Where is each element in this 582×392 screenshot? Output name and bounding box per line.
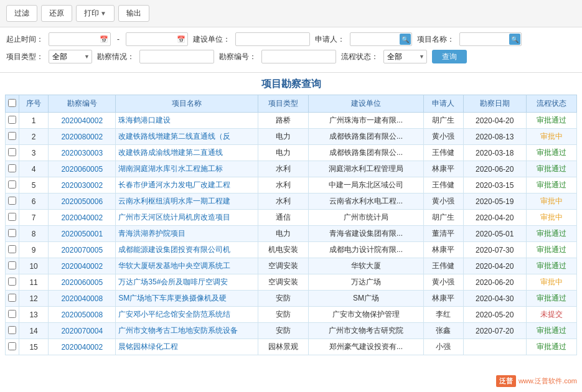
row-build-unit: 成都铁路集团有限公...: [309, 129, 423, 145]
table-row: 132020050008广安邓小平纪念馆安全防范系统结安防广安市文物保护管理李红…: [6, 307, 577, 323]
row-project-name[interactable]: 华软大厦研发基地中央空调系统工: [116, 258, 258, 274]
end-date-wrapper: 📅: [126, 32, 188, 46]
row-project-name[interactable]: 广安邓小平纪念馆安全防范系统结: [116, 307, 258, 323]
row-project-name[interactable]: 成都能源建设集团投资有限公司机: [116, 242, 258, 258]
row-survey-no[interactable]: 2020080002: [49, 129, 116, 145]
flow-status-select[interactable]: 全部 审批中 审批通过 未提交: [383, 50, 427, 63]
row-checkbox[interactable]: [8, 164, 16, 172]
build-unit-input[interactable]: [235, 32, 310, 46]
row-survey-date: 2020-06-20: [463, 161, 526, 177]
row-checkbox-cell: [6, 161, 19, 177]
row-checkbox[interactable]: [8, 294, 16, 302]
row-id: 4: [19, 161, 49, 177]
survey-status-input[interactable]: [139, 50, 214, 63]
row-checkbox[interactable]: [8, 148, 16, 156]
row-project-type: 安防: [258, 291, 308, 307]
project-name-label: 项目名称：: [417, 34, 454, 45]
row-checkbox[interactable]: [8, 213, 16, 221]
row-flow-status: 审批中: [526, 210, 577, 226]
end-date-input[interactable]: [126, 32, 188, 46]
row-build-unit: 广州珠海市一建有限...: [309, 113, 423, 129]
row-flow-status: 审批通过: [526, 291, 577, 307]
row-checkbox[interactable]: [8, 116, 16, 124]
row-survey-no[interactable]: 2020040002: [49, 258, 116, 274]
row-project-name[interactable]: 长春市伊通河水力发电厂改建工程: [116, 177, 258, 194]
start-date-input[interactable]: [49, 32, 111, 46]
row-project-name[interactable]: 广州市天河区统计局机房改造项目: [116, 210, 258, 226]
applicant-search-button[interactable]: 🔍: [400, 34, 411, 45]
row-checkbox[interactable]: [8, 197, 16, 205]
row-survey-no[interactable]: 2020060005: [49, 161, 116, 177]
table-row: 62020050006云南水利枢纽滇明水库一期工程建水利云南省水利水电工程...…: [6, 194, 577, 210]
row-applicant: 林康平: [423, 161, 463, 177]
row-survey-date: 2020-04-20: [463, 210, 526, 226]
toolbar: 过滤 还原 打印 ▼ 输出: [0, 0, 582, 27]
row-project-name[interactable]: 广州市文物考古工地地安防系统设备: [116, 323, 258, 339]
row-survey-no[interactable]: 2020040002: [49, 210, 116, 226]
row-id: 13: [19, 307, 49, 323]
row-id: 7: [19, 210, 49, 226]
row-checkbox[interactable]: [8, 278, 16, 286]
row-checkbox[interactable]: [8, 310, 16, 318]
print-button[interactable]: 打印 ▼: [76, 5, 115, 22]
row-build-unit: 广安市文物保护管理: [309, 307, 423, 323]
row-checkbox-cell: [6, 339, 19, 355]
row-flow-status: 审批通过: [526, 145, 577, 161]
row-project-name[interactable]: 改建铁路线增建第二线直通线（反: [116, 129, 258, 145]
row-project-name[interactable]: 珠海鹤港口建设: [116, 113, 258, 129]
row-applicant: 黄小强: [423, 194, 463, 210]
row-survey-no[interactable]: 2020060005: [49, 274, 116, 291]
row-project-name[interactable]: 青海洪湖养护院项目: [116, 226, 258, 242]
row-checkbox[interactable]: [8, 261, 16, 269]
row-survey-no[interactable]: 2020050008: [49, 307, 116, 323]
row-survey-no[interactable]: 2020070004: [49, 323, 116, 339]
row-project-name[interactable]: 晨铭园林绿化工程: [116, 339, 258, 355]
select-all-checkbox[interactable]: [8, 99, 16, 107]
row-checkbox[interactable]: [8, 229, 16, 237]
row-project-name[interactable]: 万达广场35#会所及咖啡厅空调安: [116, 274, 258, 291]
row-survey-no[interactable]: 2020050001: [49, 226, 116, 242]
row-project-name[interactable]: 湖南洞庭湖水库引水工程施工标: [116, 161, 258, 177]
row-project-type: 机电安装: [258, 242, 308, 258]
row-checkbox[interactable]: [8, 245, 16, 253]
row-project-type: 安防: [258, 307, 308, 323]
row-build-unit: 青海省建设集团有限...: [309, 226, 423, 242]
filter-button[interactable]: 过滤: [6, 5, 37, 22]
row-survey-no[interactable]: 2020050006: [49, 194, 116, 210]
row-survey-no[interactable]: 2020070005: [49, 242, 116, 258]
restore-button[interactable]: 还原: [41, 5, 72, 22]
row-project-type: 空调安装: [258, 258, 308, 274]
table-row: 82020050001青海洪湖养护院项目电力青海省建设集团有限...董清平202…: [6, 226, 577, 242]
export-button[interactable]: 输出: [118, 5, 149, 22]
table-row: 22020080002改建铁路线增建第二线直通线（反电力成都铁路集团有限公...…: [6, 129, 577, 145]
row-checkbox-cell: [6, 307, 19, 323]
row-checkbox[interactable]: [8, 180, 16, 189]
row-checkbox-cell: [6, 323, 19, 339]
row-project-name[interactable]: SM广场地下车库更换摄像机及硬: [116, 291, 258, 307]
filter-area: 起止时间： 📅 - 📅 建设单位： 申请人： 🔍 项目名称： 🔍 项目类型： 全…: [0, 27, 582, 73]
row-checkbox-cell: [6, 291, 19, 307]
row-project-name[interactable]: 改建铁路成渝线增建第二直通线: [116, 145, 258, 161]
row-survey-no[interactable]: 2020040008: [49, 291, 116, 307]
query-button[interactable]: 查询: [432, 50, 467, 63]
row-id: 3: [19, 145, 49, 161]
row-checkbox[interactable]: [8, 326, 16, 334]
project-name-search-button[interactable]: 🔍: [509, 34, 520, 45]
row-applicant: 林康平: [423, 242, 463, 258]
row-survey-no[interactable]: 2020030003: [49, 145, 116, 161]
row-build-unit: 广州市统计局: [309, 210, 423, 226]
survey-no-input[interactable]: [261, 50, 336, 63]
row-project-type: 水利: [258, 194, 308, 210]
row-survey-no[interactable]: 2020030002: [49, 177, 116, 194]
row-survey-no[interactable]: 2020040002: [49, 113, 116, 129]
project-type-select[interactable]: 全部 路桥 电力 水利 通信 机电安装 空调安装 安防 园林景观: [49, 50, 92, 63]
row-id: 10: [19, 258, 49, 274]
row-flow-status: 审批通过: [526, 339, 577, 355]
row-survey-no[interactable]: 2020040002: [49, 339, 116, 355]
row-checkbox[interactable]: [8, 132, 16, 140]
row-project-name[interactable]: 云南水利枢纽滇明水库一期工程建: [116, 194, 258, 210]
row-applicant: 胡广生: [423, 210, 463, 226]
row-checkbox[interactable]: [8, 342, 16, 350]
row-flow-status: 审批通过: [526, 242, 577, 258]
filter-row-1: 起止时间： 📅 - 📅 建设单位： 申请人： 🔍 项目名称： 🔍: [6, 32, 576, 46]
